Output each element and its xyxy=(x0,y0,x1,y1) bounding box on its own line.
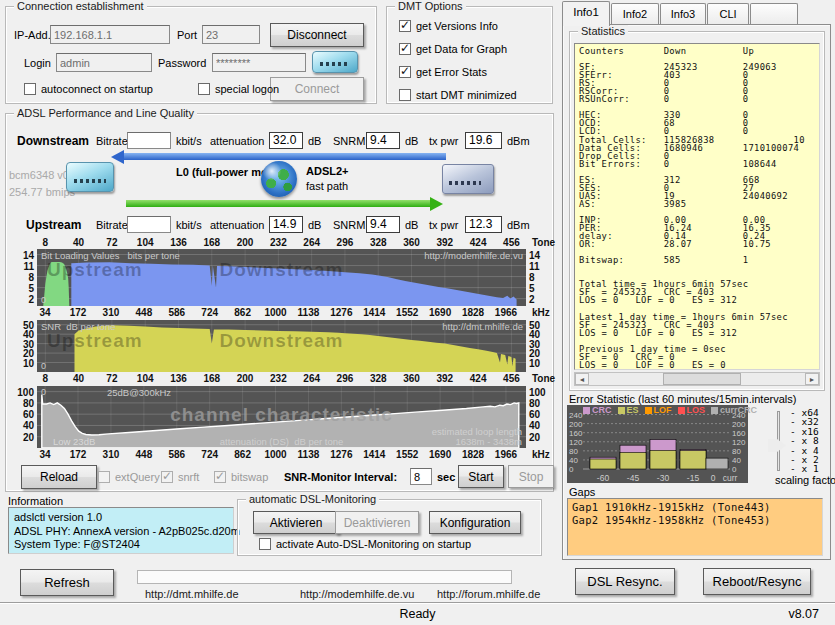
gaps-box: Gap1 1910kHz-1915kHz (Tone443) Gap2 1954… xyxy=(567,498,823,556)
svg-text:-30: -30 xyxy=(657,473,670,483)
attenuation-label: attenuation xyxy=(210,135,264,147)
dmt-tool-window: Connection establishment IP-Add. Port Lo… xyxy=(0,0,835,625)
snr-yaxis-left: 1020304050 xyxy=(9,320,35,372)
y-tick-label: 30 xyxy=(529,339,540,350)
tab-info3[interactable]: Info3 xyxy=(660,3,706,25)
ip-input[interactable] xyxy=(50,25,170,44)
link-modemhilfe[interactable]: http://modemhilfe.de.vu xyxy=(300,588,414,600)
connection-title: Connection establishment xyxy=(14,0,147,12)
adsl-title: ADSL Performance and Line Quality xyxy=(14,107,197,119)
downstream-bitrate-input[interactable] xyxy=(127,132,171,149)
link-forum-mhilfe[interactable]: http://forum.mhilfe.de xyxy=(437,588,540,600)
x-tick-label: 232 xyxy=(270,237,287,248)
x-tick-label: 360 xyxy=(403,373,420,384)
tab-info2[interactable]: Info2 xyxy=(611,3,659,25)
y-tick-label: 10 xyxy=(23,358,34,369)
tab-cli[interactable]: CLI xyxy=(707,3,749,25)
x-tick-label: 586 xyxy=(168,307,185,318)
get-data-checkbox[interactable] xyxy=(399,43,411,55)
db-label: dB xyxy=(308,219,321,231)
autoconnect-checkbox[interactable] xyxy=(24,83,36,95)
tone-axis-bottom: 8407210413616820023226429632836039242445… xyxy=(37,373,526,385)
legend-item-currcrc: currCRC xyxy=(711,405,757,415)
scroll-right-icon[interactable]: ► xyxy=(805,373,819,385)
chart-url: http://modemhilfe.de.vu xyxy=(424,250,523,261)
dsl-resync-button[interactable]: DSL Resync. xyxy=(575,568,675,595)
x-tick-label: 104 xyxy=(137,373,154,384)
dsl-monitoring-groupbox: automatic DSL-Monitoring Aktivieren Deak… xyxy=(237,499,542,556)
bitrate-label: Bitrate xyxy=(96,219,128,231)
connect-button[interactable]: Connect xyxy=(270,77,364,101)
y-tick-label: 20 xyxy=(23,432,34,443)
statistics-textarea[interactable]: Counters Down Up SF: 245323 249063 SFErr… xyxy=(574,43,820,370)
login-input[interactable] xyxy=(56,53,152,72)
y-tick-label: 50 xyxy=(529,320,540,331)
x-tick-label: 586 xyxy=(168,449,185,460)
svg-text:-15: -15 xyxy=(687,473,700,483)
extquery-row: extQuery xyxy=(98,471,160,483)
downstream-txpwr-value: 19.6 xyxy=(465,132,502,149)
db-label: dB xyxy=(405,135,418,147)
get-versions-checkbox[interactable] xyxy=(399,20,411,32)
upstream-snrm-value: 9.4 xyxy=(366,216,400,233)
get-data-label: get Data for Graph xyxy=(416,43,507,55)
disconnect-button[interactable]: Disconnect xyxy=(270,23,364,47)
tab-blank[interactable] xyxy=(750,3,798,25)
activate-button[interactable]: Aktivieren xyxy=(253,511,339,534)
modem-icon xyxy=(66,162,114,192)
extquery-checkbox[interactable] xyxy=(98,471,110,483)
get-error-checkbox[interactable] xyxy=(399,66,411,78)
y-tick-label: 11 xyxy=(529,261,540,272)
x-tick-label: 1276 xyxy=(330,449,352,460)
deactivate-button[interactable]: Deaktivieren xyxy=(335,511,419,534)
link-dmt-mhilfe[interactable]: http://dmt.mhilfe.de xyxy=(145,588,239,600)
special-logon-checkbox[interactable] xyxy=(198,83,210,95)
snr-chart: 1020304050 Upstream Downstream SNR dB pe… xyxy=(9,320,552,372)
attenuation-chart: 20406080100 channel characteristic 0 25d… xyxy=(9,386,552,448)
information-box: adslctl version 1.0 ADSL PHY: AnnexA ver… xyxy=(8,507,234,554)
origin-label: 0 xyxy=(41,361,46,371)
chart-title: Bit Loading Values bits per tone xyxy=(41,250,180,261)
svg-text:80: 80 xyxy=(569,447,578,456)
snrm-label: SNRM xyxy=(333,219,365,231)
stop-button[interactable]: Stop xyxy=(508,465,554,488)
x-tick-label: 424 xyxy=(470,237,487,248)
dmt-option-row: get Data for Graph xyxy=(399,43,507,55)
start-minimized-checkbox[interactable] xyxy=(399,89,411,101)
monitoring-startup-checkbox[interactable] xyxy=(259,538,271,550)
information-title: Information xyxy=(8,495,63,507)
bit-loading-yaxis-left: 2581114 xyxy=(9,249,35,306)
password-input[interactable] xyxy=(212,53,306,72)
snrft-checkbox[interactable] xyxy=(161,471,173,483)
legend-item-los: LOS xyxy=(678,405,706,415)
legend-label: CRC xyxy=(592,405,612,415)
bitswap-checkbox[interactable] xyxy=(214,471,226,483)
start-button[interactable]: Start xyxy=(458,465,504,488)
khz-axis-bottom: 3417231044858672486210001138127614141552… xyxy=(37,449,526,461)
scroll-left-icon[interactable]: ◄ xyxy=(575,373,589,385)
upstream-bitrate-input[interactable] xyxy=(127,216,171,233)
watermark: Upstream xyxy=(47,259,143,281)
upstream-label: Upstream xyxy=(26,218,81,232)
gaps-text: Gap1 1910kHz-1915kHz (Tone443) Gap2 1954… xyxy=(568,499,822,528)
attenuation-plot: channel characteristic 0 25dB@300kHz Low… xyxy=(37,386,526,448)
low-label: Low 23dB xyxy=(53,436,95,447)
x-tick-label: 104 xyxy=(137,237,154,248)
tab-info1[interactable]: Info1 xyxy=(562,1,610,26)
configuration-button[interactable]: Konfiguration xyxy=(429,511,521,534)
statistics-hscrollbar[interactable]: ◄ ► xyxy=(574,372,820,386)
x-tick-label: 232 xyxy=(270,373,287,384)
reload-button[interactable]: Reload xyxy=(21,465,97,489)
scaling-slider-thumb[interactable] xyxy=(768,439,786,452)
svg-text:160: 160 xyxy=(732,429,746,438)
legend-item-crc: CRC xyxy=(583,405,612,415)
reboot-resync-button[interactable]: Reboot/Resync xyxy=(703,568,811,595)
port-input[interactable] xyxy=(202,25,260,44)
x-tick-label: 1414 xyxy=(363,307,385,318)
legend-swatch xyxy=(678,407,685,414)
interval-input[interactable] xyxy=(410,468,432,485)
scrollbar-thumb[interactable] xyxy=(663,373,741,385)
refresh-button[interactable]: Refresh xyxy=(20,569,114,596)
autoconnect-row: autoconnect on startup xyxy=(24,83,153,95)
y-tick-label: 11 xyxy=(23,261,34,272)
